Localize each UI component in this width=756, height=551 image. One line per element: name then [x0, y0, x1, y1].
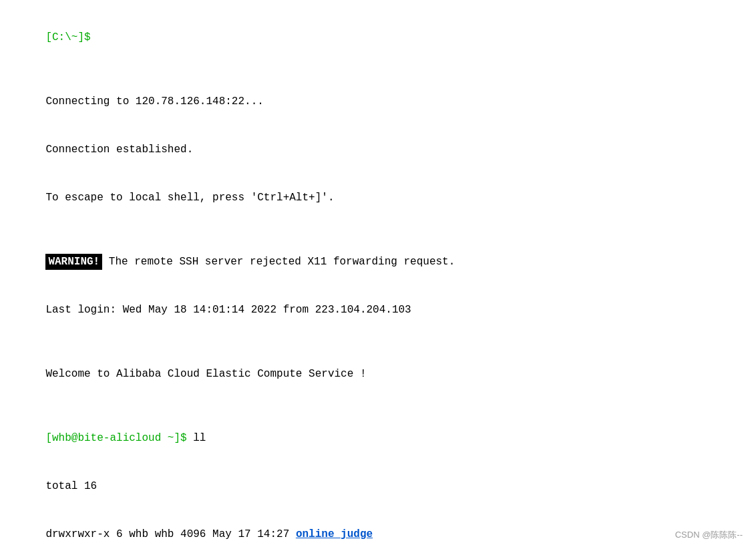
total-line: total 16: [20, 462, 736, 510]
prompt-ll: [whb@bite-alicloud ~]$: [45, 432, 193, 444]
lastlogin-line: Last login: Wed May 18 14:01:14 2022 fro…: [20, 286, 736, 334]
watermark-text: CSDN @陈陈陈--: [675, 530, 743, 540]
prompt-ll-line: [whb@bite-alicloud ~]$ ll: [20, 414, 736, 462]
warning-badge: WARNING!: [45, 254, 102, 270]
total-text: total 16: [45, 480, 97, 492]
cmd-ll: ll: [193, 432, 206, 444]
established-line: Connection established.: [20, 126, 736, 174]
watermark: CSDN @陈陈陈--: [675, 529, 743, 541]
dir1-perms: drwxrwxr-x 6 whb whb 4096 May 17 14:27: [45, 528, 295, 540]
title-text: [C:\~]$: [45, 31, 90, 43]
welcome-text: Welcome to Alibaba Cloud Elastic Compute…: [45, 368, 366, 380]
dir-online-judge-line: drwxrwxr-x 6 whb whb 4096 May 17 14:27 o…: [20, 510, 736, 551]
warning-text: The remote SSH server rejected X11 forwa…: [102, 256, 455, 268]
connecting-text: Connecting to 120.78.126.148:22...: [45, 96, 263, 108]
dir1-name: online_judge: [296, 528, 373, 540]
warning-line: WARNING! The remote SSH server rejected …: [20, 238, 736, 286]
blank-line-2: [20, 222, 736, 238]
escape-text: To escape to local shell, press 'Ctrl+Al…: [45, 192, 334, 204]
lastlogin-text: Last login: Wed May 18 14:01:14 2022 fro…: [45, 304, 411, 316]
established-text: Connection established.: [45, 144, 193, 156]
terminal-window: [C:\~]$ Connecting to 120.78.126.148:22.…: [0, 0, 756, 551]
terminal-title: [C:\~]$: [20, 13, 736, 61]
connecting-line: Connecting to 120.78.126.148:22...: [20, 77, 736, 126]
blank-line-1: [20, 61, 736, 77]
escape-line: To escape to local shell, press 'Ctrl+Al…: [20, 174, 736, 222]
blank-line-3: [20, 334, 736, 350]
welcome-line: Welcome to Alibaba Cloud Elastic Compute…: [20, 350, 736, 398]
blank-line-4: [20, 398, 736, 414]
